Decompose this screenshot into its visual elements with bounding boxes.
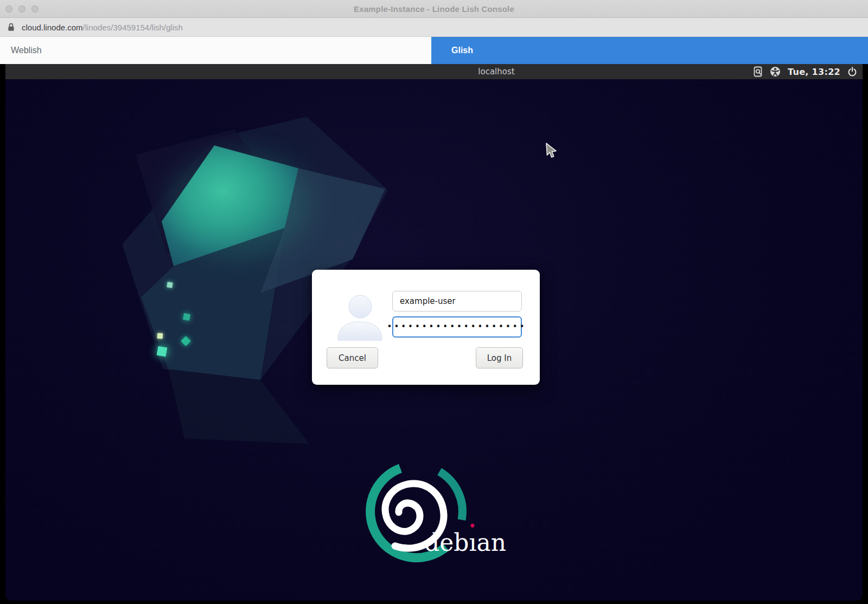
glish-screen-canvas[interactable]: localhost Tue, 13:22 <box>5 64 863 601</box>
url-text: cloud.linode.com/linodes/39459154/lish/g… <box>22 23 183 32</box>
username-input[interactable]: example-user <box>392 291 522 311</box>
login-dialog: example-user •••••••••••••••••••• Cancel… <box>312 270 540 385</box>
hostname-label: localhost <box>461 64 532 79</box>
lish-tab-bar: Weblish Glish <box>0 37 868 64</box>
wordmark-right: an <box>476 529 506 556</box>
tab-weblish-label: Weblish <box>11 46 42 55</box>
glow-square <box>181 336 190 346</box>
url-host: cloud.linode.com <box>22 23 83 32</box>
tab-weblish[interactable]: Weblish <box>0 37 431 64</box>
wordmark-left: deb <box>424 529 469 556</box>
cancel-button[interactable]: Cancel <box>327 347 378 368</box>
screen-magnifier-icon[interactable] <box>754 66 763 77</box>
password-masked-value: •••••••••••••••••••• <box>387 323 527 331</box>
gnome-top-bar: localhost Tue, 13:22 <box>5 64 863 79</box>
tab-glish-label: Glish <box>451 46 473 55</box>
glow-square <box>157 346 168 357</box>
url-path: /linodes/39459154/lish/glish <box>83 23 183 32</box>
tab-glish[interactable]: Glish <box>431 37 868 64</box>
power-icon[interactable] <box>847 67 857 77</box>
top-bar-status-area: Tue, 13:22 <box>754 64 857 79</box>
window-title: Example-Instance - Linode Lish Console <box>0 0 868 18</box>
glow-square <box>167 282 173 288</box>
debian-wordmark: debıan <box>424 529 506 557</box>
glow-square <box>157 333 163 339</box>
lock-icon <box>8 23 15 31</box>
debian-red-dot <box>471 524 475 527</box>
username-value: example-user <box>400 296 456 306</box>
mouse-cursor <box>544 142 558 161</box>
address-bar[interactable]: cloud.linode.com/linodes/39459154/lish/g… <box>0 18 868 37</box>
login-button[interactable]: Log In <box>476 347 523 368</box>
glow-square <box>183 313 190 321</box>
cancel-button-label: Cancel <box>339 353 366 363</box>
wordmark-i: ı <box>469 529 476 557</box>
password-input[interactable]: •••••••••••••••••••• <box>392 316 522 338</box>
login-button-label: Log In <box>487 353 512 363</box>
debian-logo <box>347 456 510 581</box>
clock-label[interactable]: Tue, 13:22 <box>788 67 840 77</box>
browser-titlebar: Example-Instance - Linode Lish Console <box>0 0 868 18</box>
user-avatar <box>335 291 385 342</box>
accessibility-icon[interactable] <box>770 66 781 77</box>
